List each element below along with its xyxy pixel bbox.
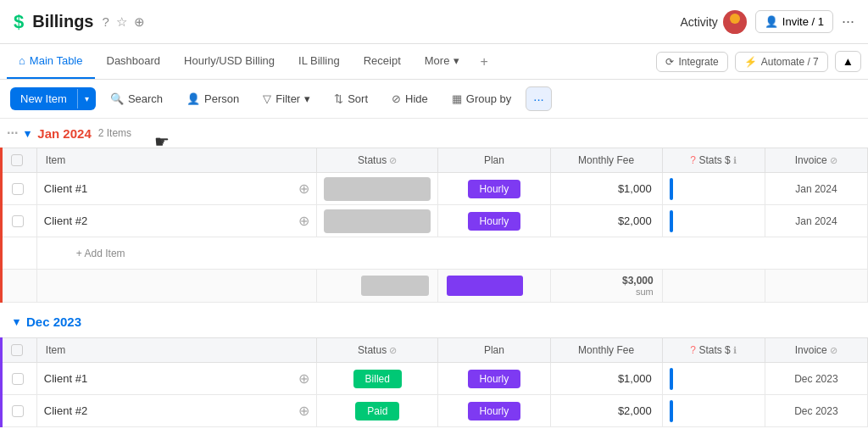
new-item-dropdown-arrow[interactable]: ▾: [77, 89, 96, 109]
item-column-header: Item: [36, 148, 316, 173]
status-column-header: Status ⊘: [317, 338, 438, 363]
integrate-button[interactable]: ⟳ Integrate: [656, 52, 727, 72]
tab-il-billing[interactable]: IL Billing: [287, 44, 352, 79]
tab-dashboard[interactable]: Dashboard: [95, 44, 173, 79]
tab-hourly-billing[interactable]: Hourly/USD Billing: [172, 44, 287, 79]
invoice-column-header: Invoice ⊘: [765, 148, 867, 173]
item-name-cell: Client #2 ⊕: [36, 205, 316, 237]
plan-badge: Hourly: [468, 180, 521, 198]
sort-icon: ⇅: [334, 92, 343, 105]
new-item-button[interactable]: New Item ▾: [10, 87, 96, 110]
jan-section-count: 2 Items: [98, 127, 131, 139]
status-col-icon: ⊘: [389, 345, 397, 355]
add-item-button[interactable]: + Add Item: [46, 248, 859, 259]
tab-more[interactable]: More ▾: [413, 44, 472, 79]
fee-column-header: Monthly Fee: [550, 148, 662, 173]
jan-section-toggle[interactable]: ▾: [25, 127, 31, 140]
dec-section-toggle[interactable]: ▾: [14, 315, 19, 328]
invite-button[interactable]: 👤 Invite / 1: [755, 10, 833, 33]
jan-table: Item Status ⊘ Plan Monthly Fee: [0, 148, 868, 303]
item-name-cell: Client #1 ⊕: [36, 173, 316, 205]
section-drag-handle[interactable]: ···: [7, 125, 18, 141]
summary-status: [317, 270, 438, 303]
add-tab-button[interactable]: +: [471, 54, 496, 70]
hide-button[interactable]: ⊘ Hide: [382, 87, 437, 110]
add-subitem-icon[interactable]: ⊕: [298, 403, 309, 419]
activity-button[interactable]: Activity: [681, 10, 747, 34]
status-cell[interactable]: [317, 173, 438, 205]
status-badge-paid: Paid: [355, 402, 399, 421]
row-checkbox[interactable]: [12, 405, 24, 417]
integrate-icon: ⟳: [665, 56, 674, 68]
info-icon[interactable]: ?: [102, 14, 108, 30]
invoice-cell: Dec 2023: [765, 363, 867, 395]
tab-main-table[interactable]: ⌂ Main Table: [7, 44, 95, 79]
add-subitem-icon[interactable]: ⊕: [298, 213, 309, 229]
plus-circle-icon[interactable]: ⊕: [134, 14, 145, 30]
tab-receipt[interactable]: Receipt: [352, 44, 413, 79]
collapse-button[interactable]: ▲: [835, 51, 861, 72]
row-checkbox[interactable]: [12, 215, 24, 227]
stats-cell: [662, 395, 765, 427]
stats-bar: [670, 210, 673, 232]
status-cell[interactable]: Paid: [317, 395, 438, 427]
dec-2023-section: ▾ Dec 2023 Item Status ⊘: [0, 306, 868, 427]
row-checkbox[interactable]: [12, 183, 24, 195]
status-badge-billed: Billed: [353, 370, 402, 388]
search-button[interactable]: 🔍 Search: [101, 87, 172, 110]
group-by-button[interactable]: ▦ Group by: [442, 87, 520, 110]
header-icons: ? ☆ ⊕: [102, 14, 144, 30]
more-options-button[interactable]: ···: [526, 86, 552, 111]
question-icon: ?: [690, 154, 696, 166]
fee-cell: $1,000: [550, 363, 662, 395]
status-column-header: Status ⊘: [317, 148, 438, 173]
hide-icon: ⊘: [392, 92, 401, 105]
automate-button[interactable]: ⚡ Automate / 7: [735, 52, 828, 72]
toolbar: New Item ▾ 🔍 Search 👤 Person ▽ Filter ▾ …: [0, 80, 868, 119]
add-subitem-icon[interactable]: ⊕: [298, 181, 309, 197]
plan-cell[interactable]: Hourly: [438, 205, 550, 237]
invoice-cell: Dec 2023: [765, 395, 867, 427]
plan-cell[interactable]: Hourly: [438, 363, 550, 395]
select-all-checkbox[interactable]: [11, 154, 23, 166]
plan-cell[interactable]: Hourly: [438, 395, 550, 427]
row-checkbox-cell: [2, 205, 37, 237]
select-all-checkbox[interactable]: [11, 344, 23, 356]
status-cell[interactable]: [317, 205, 438, 237]
table-row: Client #1 ⊕ Billed Hourly: [2, 363, 868, 395]
invoice-cell: Jan 2024: [765, 205, 867, 237]
item-name-cell: Client #1 ⊕: [36, 363, 316, 395]
plan-badge: Hourly: [468, 212, 521, 231]
item-column-header: Item: [36, 338, 316, 363]
status-cell[interactable]: Billed: [317, 363, 438, 395]
sort-button[interactable]: ⇅ Sort: [325, 87, 377, 110]
person-filter-button[interactable]: 👤 Person: [177, 87, 248, 110]
invoice-column-header: Invoice ⊘: [765, 338, 867, 363]
group-icon: ▦: [452, 92, 462, 105]
plan-cell[interactable]: Hourly: [438, 173, 550, 205]
question-icon: ?: [690, 344, 696, 356]
tab-bar: ⌂ Main Table Dashboard Hourly/USD Billin…: [0, 44, 868, 80]
add-subitem-icon[interactable]: ⊕: [298, 370, 309, 387]
activity-avatar: [723, 10, 747, 34]
invoice-col-icon: ⊘: [830, 155, 837, 165]
row-checkbox-cell: [2, 395, 37, 427]
automate-icon: ⚡: [744, 56, 757, 68]
star-icon[interactable]: ☆: [116, 14, 127, 30]
fee-cell: $1,000: [550, 173, 662, 205]
filter-button[interactable]: ▽ Filter ▾: [253, 87, 320, 110]
filter-chevron-icon: ▾: [304, 92, 310, 105]
fee-column-header: Monthly Fee: [550, 338, 662, 363]
invoice-cell: Jan 2024: [765, 173, 867, 205]
stats-bar: [670, 368, 673, 390]
header-more-button[interactable]: ···: [842, 13, 854, 31]
person-icon: 👤: [765, 15, 778, 28]
activity-label: Activity: [681, 15, 718, 29]
stats-cell: [662, 173, 765, 205]
add-item-row[interactable]: + Add Item: [2, 237, 868, 270]
stats-column-header: ? Stats $ ℹ: [662, 338, 765, 363]
table-row: Client #1 ⊕ Hourly: [2, 173, 868, 205]
checkbox-header: [2, 148, 37, 173]
jan-section-title: Jan 2024: [37, 126, 91, 141]
row-checkbox[interactable]: [12, 373, 24, 385]
